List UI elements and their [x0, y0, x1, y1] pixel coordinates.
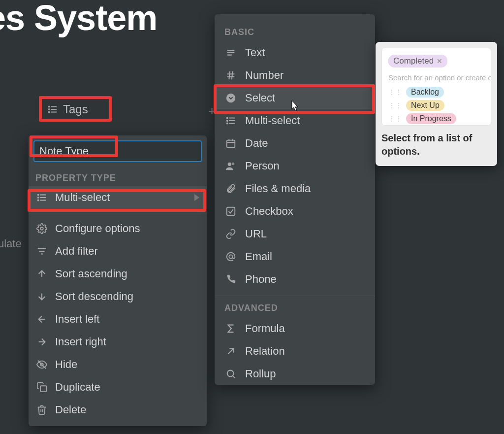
at-icon: [224, 251, 237, 262]
preview-option-label: In Progress: [406, 113, 456, 124]
menu-label: Insert left: [55, 313, 99, 326]
svg-line-28: [229, 71, 230, 80]
svg-rect-22: [40, 386, 46, 392]
svg-point-35: [227, 120, 228, 121]
sigma-icon: [224, 323, 237, 334]
type-email[interactable]: Email: [215, 245, 375, 268]
menu-label: Hide: [55, 358, 77, 371]
menu-label: Sort ascending: [55, 267, 127, 280]
type-date[interactable]: Date: [215, 132, 375, 155]
type-label: Text: [245, 46, 265, 59]
menu-label: Add filter: [55, 245, 98, 258]
property-type-current-label: Multi-select: [55, 191, 110, 204]
calendar-icon: [224, 138, 237, 149]
type-rollup[interactable]: Rollup: [215, 363, 375, 385]
menu-label: Sort descending: [55, 290, 133, 303]
type-checkbox[interactable]: Checkbox: [215, 200, 375, 223]
svg-point-10: [38, 197, 39, 198]
type-number[interactable]: Number: [215, 64, 375, 87]
menu-configure-options[interactable]: Configure options: [29, 217, 207, 240]
preview-option-label: Next Up: [406, 100, 444, 111]
trash-icon: [35, 404, 48, 415]
link-icon: [224, 229, 237, 239]
svg-rect-43: [227, 207, 235, 216]
type-label: Person: [245, 160, 280, 172]
svg-point-41: [228, 163, 231, 166]
column-menu: PROPERTY TYPE Multi-select Configure opt…: [29, 135, 207, 426]
type-files[interactable]: Files & media: [215, 177, 375, 200]
type-relation[interactable]: Relation: [215, 340, 375, 363]
section-label-property-type: PROPERTY TYPE: [35, 173, 200, 183]
grip-icon: ⋮⋮: [388, 101, 402, 109]
menu-hide[interactable]: Hide: [29, 353, 207, 376]
menu-delete[interactable]: Delete: [29, 399, 207, 421]
divider: [215, 296, 375, 296]
type-label: Relation: [245, 345, 285, 358]
type-label: Multi-select: [245, 114, 300, 127]
eye-off-icon: [35, 359, 48, 370]
property-type-current[interactable]: Multi-select: [29, 186, 207, 209]
grip-icon: ⋮⋮: [388, 115, 402, 123]
column-header-tags[interactable]: Tags: [44, 101, 91, 117]
column-header-label: Tags: [63, 102, 88, 116]
svg-point-42: [232, 163, 235, 166]
svg-point-3: [49, 106, 50, 107]
menu-insert-left[interactable]: Insert left: [29, 308, 207, 331]
chevron-right-icon: [194, 194, 200, 201]
type-label: Phone: [245, 273, 277, 286]
preview-option: ⋮⋮ In Progress: [388, 113, 487, 124]
arrow-down-icon: [35, 291, 48, 302]
list-icon: [224, 115, 237, 126]
checkbox-icon: [224, 206, 237, 217]
chevron-down-circle-icon: [224, 93, 237, 103]
menu-insert-right[interactable]: Insert right: [29, 331, 207, 353]
preview-option-label: Backlog: [406, 87, 444, 98]
svg-point-4: [49, 109, 50, 110]
menu-sort-ascending[interactable]: Sort ascending: [29, 263, 207, 285]
type-label: Email: [245, 250, 272, 263]
svg-point-34: [227, 118, 228, 119]
arrow-up-icon: [35, 268, 48, 279]
menu-duplicate[interactable]: Duplicate: [29, 376, 207, 399]
type-phone[interactable]: Phone: [215, 268, 375, 291]
truncated-text: ulate: [0, 237, 22, 250]
preview-tag-label: Completed: [393, 56, 434, 66]
type-label: Formula: [245, 322, 285, 335]
type-preview: Completed ✕ Search for an option or crea…: [381, 48, 491, 126]
list-icon: [35, 192, 48, 203]
gear-icon: [35, 223, 48, 234]
page-title: Notes System: [0, 0, 157, 38]
svg-point-46: [227, 370, 234, 377]
property-name-input[interactable]: [33, 140, 202, 162]
svg-point-12: [40, 227, 43, 230]
type-label: Number: [245, 69, 284, 82]
type-person[interactable]: Person: [215, 155, 375, 177]
arrow-up-right-icon: [224, 346, 237, 357]
type-label: Checkbox: [245, 205, 293, 218]
svg-point-11: [38, 200, 39, 201]
type-label: Files & media: [245, 182, 311, 195]
preview-option: ⋮⋮ Backlog: [388, 87, 487, 98]
preview-selected-tag: Completed ✕: [388, 55, 447, 67]
menu-add-filter[interactable]: Add filter: [29, 240, 207, 263]
type-label: Rollup: [245, 367, 276, 380]
menu-label: Delete: [55, 403, 87, 416]
type-label: Select: [245, 92, 275, 104]
type-url[interactable]: URL: [215, 223, 375, 245]
type-tooltip: Completed ✕ Search for an option or crea…: [376, 42, 497, 166]
type-multiselect[interactable]: Multi-select: [215, 109, 375, 132]
svg-point-5: [49, 112, 50, 113]
type-text[interactable]: Text: [215, 41, 375, 64]
list-icon: [47, 104, 58, 115]
type-label: URL: [245, 228, 267, 240]
menu-sort-descending[interactable]: Sort descending: [29, 285, 207, 308]
property-type-menu: BASIC Text Number Select Multi-select Da…: [215, 14, 375, 385]
type-select[interactable]: Select: [215, 87, 375, 109]
type-formula[interactable]: Formula: [215, 317, 375, 340]
grip-icon: ⋮⋮: [388, 88, 402, 96]
divider: [29, 213, 207, 213]
svg-line-45: [228, 349, 234, 354]
person-icon: [224, 161, 237, 171]
close-icon: ✕: [437, 57, 442, 65]
section-label-advanced: ADVANCED: [224, 303, 365, 313]
